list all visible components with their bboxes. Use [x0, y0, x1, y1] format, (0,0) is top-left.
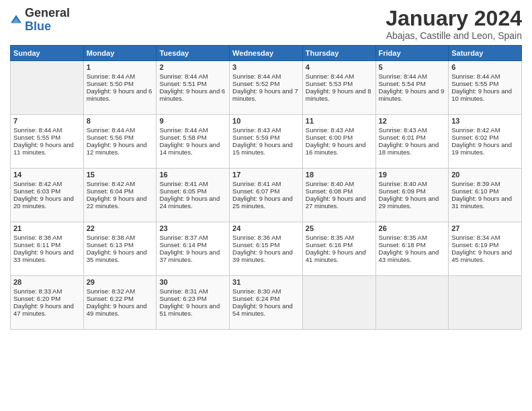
- sunrise-text: Sunrise: 8:44 AM: [159, 73, 226, 80]
- day-cell: 13Sunrise: 8:42 AMSunset: 6:02 PMDayligh…: [449, 115, 522, 169]
- day-number: 2: [159, 63, 226, 71]
- sunrise-text: Sunrise: 8:44 AM: [159, 126, 226, 134]
- day-number: 12: [379, 117, 446, 125]
- sunrise-text: Sunrise: 8:42 AM: [87, 180, 154, 187]
- logo-blue: Blue: [25, 19, 51, 33]
- daylight-text: Daylight: 9 hours and 25 minutes.: [232, 195, 300, 210]
- day-number: 25: [306, 224, 373, 232]
- sunrise-text: Sunrise: 8:42 AM: [451, 126, 519, 134]
- header-day-thursday: Thursday: [302, 46, 375, 61]
- daylight-text: Daylight: 9 hours and 41 minutes.: [306, 248, 373, 263]
- daylight-text: Daylight: 9 hours and 19 minutes.: [451, 141, 519, 156]
- logo: General Blue: [10, 7, 70, 34]
- sunrise-text: Sunrise: 8:38 AM: [13, 234, 81, 241]
- day-number: 26: [379, 224, 446, 232]
- sunrise-text: Sunrise: 8:31 AM: [159, 287, 226, 295]
- daylight-text: Daylight: 9 hours and 37 minutes.: [159, 248, 226, 263]
- sunset-text: Sunset: 6:02 PM: [451, 134, 519, 141]
- daylight-text: Daylight: 9 hours and 49 minutes.: [87, 302, 154, 317]
- sunset-text: Sunset: 6:11 PM: [13, 241, 81, 248]
- day-number: 27: [451, 224, 519, 232]
- daylight-text: Daylight: 9 hours and 12 minutes.: [87, 141, 154, 156]
- title-block: January 2024 Abajas, Castille and Leon, …: [386, 7, 522, 41]
- sunrise-text: Sunrise: 8:39 AM: [451, 180, 519, 187]
- sunrise-text: Sunrise: 8:37 AM: [159, 234, 226, 241]
- day-cell: 24Sunrise: 8:36 AMSunset: 6:15 PMDayligh…: [230, 222, 303, 276]
- sunset-text: Sunset: 6:00 PM: [306, 134, 373, 141]
- day-cell: 28Sunrise: 8:33 AMSunset: 6:20 PMDayligh…: [11, 276, 84, 330]
- sunset-text: Sunset: 5:50 PM: [87, 80, 154, 87]
- sunset-text: Sunset: 6:18 PM: [379, 241, 446, 248]
- sunrise-text: Sunrise: 8:36 AM: [232, 234, 300, 241]
- daylight-text: Daylight: 9 hours and 24 minutes.: [159, 195, 226, 210]
- sunset-text: Sunset: 6:24 PM: [232, 295, 300, 302]
- sunset-text: Sunset: 5:55 PM: [451, 80, 519, 87]
- sunrise-text: Sunrise: 8:33 AM: [13, 287, 81, 295]
- logo-text: General Blue: [25, 7, 70, 34]
- day-cell: 7Sunrise: 8:44 AMSunset: 5:55 PMDaylight…: [11, 115, 84, 169]
- day-number: 10: [232, 117, 300, 125]
- day-cell: 9Sunrise: 8:44 AMSunset: 5:58 PMDaylight…: [157, 115, 230, 169]
- sunset-text: Sunset: 6:16 PM: [306, 241, 373, 248]
- daylight-text: Daylight: 9 hours and 14 minutes.: [159, 141, 226, 156]
- day-cell: 3Sunrise: 8:44 AMSunset: 5:52 PMDaylight…: [230, 61, 303, 115]
- daylight-text: Daylight: 9 hours and 27 minutes.: [306, 195, 373, 210]
- sunrise-text: Sunrise: 8:32 AM: [87, 287, 154, 295]
- sunrise-text: Sunrise: 8:38 AM: [87, 234, 154, 241]
- day-number: 22: [87, 224, 154, 232]
- daylight-text: Daylight: 9 hours and 33 minutes.: [13, 248, 81, 263]
- sunrise-text: Sunrise: 8:42 AM: [13, 180, 81, 187]
- day-number: 31: [232, 278, 300, 286]
- week-row-5: 28Sunrise: 8:33 AMSunset: 6:20 PMDayligh…: [11, 276, 522, 330]
- logo-general: General: [25, 6, 70, 19]
- sunrise-text: Sunrise: 8:35 AM: [379, 234, 446, 241]
- day-cell: 18Sunrise: 8:40 AMSunset: 6:08 PMDayligh…: [302, 169, 375, 222]
- daylight-text: Daylight: 9 hours and 7 minutes.: [232, 87, 300, 102]
- daylight-text: Daylight: 9 hours and 10 minutes.: [451, 87, 519, 102]
- sunrise-text: Sunrise: 8:44 AM: [87, 73, 154, 80]
- day-cell: 31Sunrise: 8:30 AMSunset: 6:24 PMDayligh…: [230, 276, 303, 330]
- header-day-wednesday: Wednesday: [230, 46, 303, 61]
- location-title: Abajas, Castille and Leon, Spain: [386, 30, 522, 41]
- sunset-text: Sunset: 5:52 PM: [232, 80, 300, 87]
- daylight-text: Daylight: 9 hours and 20 minutes.: [13, 195, 81, 210]
- sunset-text: Sunset: 6:09 PM: [379, 187, 446, 195]
- sunset-text: Sunset: 5:55 PM: [13, 134, 81, 141]
- week-row-3: 14Sunrise: 8:42 AMSunset: 6:03 PMDayligh…: [11, 169, 522, 222]
- sunset-text: Sunset: 6:13 PM: [87, 241, 154, 248]
- daylight-text: Daylight: 9 hours and 6 minutes.: [159, 87, 226, 102]
- header-day-tuesday: Tuesday: [157, 46, 230, 61]
- sunrise-text: Sunrise: 8:44 AM: [232, 73, 300, 80]
- daylight-text: Daylight: 9 hours and 22 minutes.: [87, 195, 154, 210]
- day-number: 17: [232, 171, 300, 179]
- daylight-text: Daylight: 9 hours and 11 minutes.: [13, 141, 81, 156]
- daylight-text: Daylight: 9 hours and 29 minutes.: [379, 195, 446, 210]
- logo-icon: [10, 14, 22, 26]
- day-cell: 8Sunrise: 8:44 AMSunset: 5:56 PMDaylight…: [83, 115, 157, 169]
- sunrise-text: Sunrise: 8:43 AM: [306, 126, 373, 134]
- sunset-text: Sunset: 6:14 PM: [159, 241, 226, 248]
- day-cell: 16Sunrise: 8:41 AMSunset: 6:05 PMDayligh…: [157, 169, 230, 222]
- day-cell: 12Sunrise: 8:43 AMSunset: 6:01 PMDayligh…: [375, 115, 449, 169]
- day-number: 3: [232, 63, 300, 71]
- day-cell: 5Sunrise: 8:44 AMSunset: 5:54 PMDaylight…: [375, 61, 449, 115]
- sunset-text: Sunset: 6:07 PM: [232, 187, 300, 195]
- sunset-text: Sunset: 5:58 PM: [159, 134, 226, 141]
- daylight-text: Daylight: 9 hours and 51 minutes.: [159, 302, 226, 317]
- header-day-sunday: Sunday: [11, 46, 84, 61]
- sunset-text: Sunset: 6:22 PM: [87, 295, 154, 302]
- day-number: 13: [451, 117, 519, 125]
- day-number: 24: [232, 224, 300, 232]
- daylight-text: Daylight: 9 hours and 35 minutes.: [87, 248, 154, 263]
- day-number: 19: [379, 171, 446, 179]
- day-number: 21: [13, 224, 81, 232]
- daylight-text: Daylight: 9 hours and 31 minutes.: [451, 195, 519, 210]
- sunset-text: Sunset: 6:23 PM: [159, 295, 226, 302]
- day-number: 6: [451, 63, 519, 71]
- sunset-text: Sunset: 6:03 PM: [13, 187, 81, 195]
- header-row: SundayMondayTuesdayWednesdayThursdayFrid…: [11, 46, 522, 61]
- sunset-text: Sunset: 5:54 PM: [379, 80, 446, 87]
- day-cell: [11, 61, 84, 115]
- sunrise-text: Sunrise: 8:44 AM: [379, 73, 446, 80]
- day-cell: 19Sunrise: 8:40 AMSunset: 6:09 PMDayligh…: [375, 169, 449, 222]
